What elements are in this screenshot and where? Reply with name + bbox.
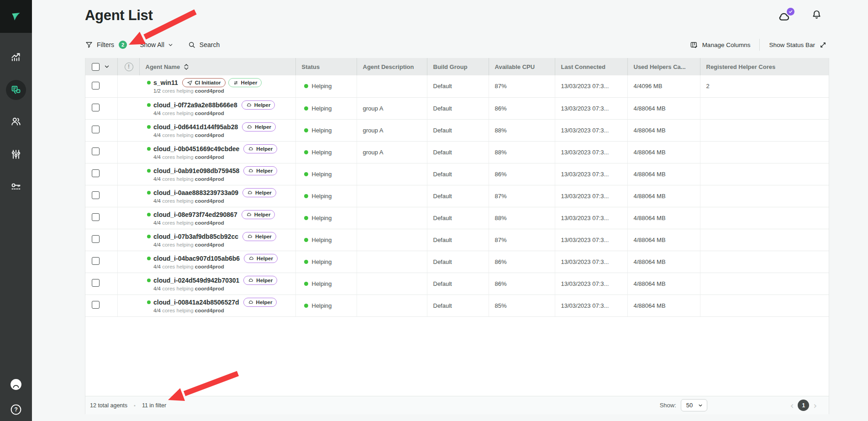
row-checkbox[interactable] (92, 147, 100, 155)
search-button[interactable]: Search (188, 41, 220, 49)
row-checkbox[interactable] (92, 191, 100, 199)
table-row[interactable]: cloud_i-0b0451669c49cbdee Helper 4/4 cor… (85, 141, 829, 163)
table-row[interactable]: cloud_i-0f72a9a2e88b666e8 Helper 4/4 cor… (85, 97, 829, 119)
sidebar-item-profile[interactable] (0, 376, 32, 393)
cloud-check-badge (787, 8, 794, 16)
row-checkbox[interactable] (92, 82, 100, 89)
column-header-used-helpers[interactable]: Used Helpers Ca... (627, 58, 700, 75)
agent-name: s_win11 (153, 79, 178, 87)
help-icon: ? (10, 404, 22, 416)
row-checkbox[interactable] (92, 126, 100, 133)
last-connected-cell: 13/03/2023 07:3... (555, 273, 627, 295)
column-header-available-cpu[interactable]: Available CPU (489, 58, 555, 75)
cores-value: 4/4 (153, 308, 161, 313)
sidebar-item-users[interactable] (0, 109, 32, 134)
column-header-last-connected[interactable]: Last Connected (555, 58, 627, 75)
badge-container: CI InitiatorHelper (182, 78, 262, 87)
alerts-column-info-icon[interactable]: ! (125, 63, 133, 71)
row-checkbox[interactable] (92, 235, 100, 243)
cores-helping-text: cores helping (162, 220, 193, 226)
build-group-cell: Default (427, 163, 489, 185)
row-checkbox[interactable] (92, 213, 100, 221)
table-row[interactable]: cloud_i-0aae8883239733a09 Helper 4/4 cor… (85, 185, 829, 207)
filters-button[interactable]: Filters 2 (85, 41, 127, 49)
table-row[interactable]: cloud_i-0ab91e098db759458 Helper 4/4 cor… (85, 163, 829, 185)
filters-label: Filters (97, 41, 114, 48)
agent-subtext: 4/4 cores helping coord4prod (153, 263, 294, 270)
cores-value: 4/4 (153, 176, 161, 182)
show-all-dropdown[interactable]: Show All (140, 41, 173, 48)
status-label: Helping (312, 237, 332, 243)
column-header-registered-helper-cores[interactable]: Registered Helper Cores (700, 58, 829, 75)
cloud-status-button[interactable] (776, 8, 794, 23)
row-checkbox[interactable] (92, 169, 100, 177)
registered-cores-cell: 2 (700, 75, 829, 97)
row-checkbox[interactable] (92, 257, 100, 265)
row-checkbox[interactable] (92, 301, 100, 309)
registered-cores-cell (700, 97, 829, 119)
status-dot (304, 260, 308, 264)
table-row[interactable]: cloud_i-00841a24b8506527d Helper 4/4 cor… (85, 295, 829, 316)
row-checkbox[interactable] (92, 104, 100, 111)
select-all-checkbox[interactable] (92, 63, 100, 71)
table-row[interactable]: cloud_i-04bac907d105ab6b6 Helper 4/4 cor… (85, 251, 829, 273)
prev-page-button[interactable]: ‹ (790, 401, 794, 410)
badge-helper: Helper (244, 254, 278, 263)
license-key-icon (10, 181, 22, 193)
table-toolbar: Filters 2 Show All Search (85, 38, 220, 51)
status-dot (304, 106, 308, 111)
agent-online-dot (147, 81, 151, 84)
column-header-agent-description[interactable]: Agent Description (357, 58, 427, 75)
pagination: ‹ 1 › (790, 400, 817, 411)
sidebar-item-analytics[interactable] (0, 44, 32, 69)
current-page-button[interactable]: 1 (798, 400, 809, 411)
row-alert-cell (117, 295, 139, 316)
table-row[interactable]: s_win11 CI InitiatorHelper 1/2 cores hel… (85, 75, 829, 97)
last-connected-cell: 13/03/2023 07:3... (555, 251, 627, 273)
in-filter-label: 11 in filter (142, 402, 166, 409)
sidebar-item-agents[interactable] (0, 77, 32, 103)
table-row[interactable]: cloud_i-0d6441d144f95ab28 Helper 4/4 cor… (85, 119, 829, 141)
status-label: Helping (312, 105, 332, 112)
build-group-cell: Default (427, 295, 489, 316)
cores-helping-text: cores helping (162, 132, 193, 138)
column-header-agent-name: Agent Name (146, 63, 180, 70)
registered-cores-cell (700, 141, 829, 163)
select-options-dropdown[interactable] (104, 64, 110, 69)
row-alert-cell (117, 163, 139, 185)
sidebar-item-help[interactable]: ? (0, 402, 32, 417)
next-page-button[interactable]: › (813, 401, 817, 410)
cores-helping-text: cores helping (162, 154, 193, 160)
chevron-down-icon (698, 403, 703, 408)
badge-container: Helper (243, 166, 277, 175)
build-group-cell: Default (427, 207, 489, 229)
sort-control[interactable] (184, 64, 189, 70)
agent-description-cell (357, 295, 427, 316)
registered-cores-cell (700, 295, 829, 316)
cloud-icon (247, 189, 253, 195)
available-cpu-cell: 85% (489, 295, 555, 316)
show-status-bar-button[interactable]: Show Status Bar (769, 41, 827, 49)
page-size-select[interactable]: 50 (681, 399, 707, 411)
show-all-label: Show All (140, 41, 164, 48)
table-row[interactable]: cloud_i-07b3af9db85cb92cc Helper 4/4 cor… (85, 229, 829, 251)
page-title: Agent List (85, 6, 153, 25)
row-checkbox[interactable] (92, 279, 100, 287)
table-toolbar-right: Manage Columns Show Status Bar (690, 38, 827, 51)
agent-online-dot (147, 235, 151, 238)
table-row[interactable]: cloud_i-08e973f74ed290867 Helper 4/4 cor… (85, 207, 829, 229)
app-logo[interactable] (0, 0, 32, 33)
available-cpu-cell: 86% (489, 251, 555, 273)
cores-helping-text: cores helping (162, 308, 193, 313)
sidebar-item-settings[interactable] (0, 142, 32, 167)
last-connected-cell: 13/03/2023 07:3... (555, 75, 627, 97)
column-header-build-group[interactable]: Build Group (427, 58, 489, 75)
manage-columns-button[interactable]: Manage Columns (690, 41, 751, 49)
status-label: Helping (312, 171, 332, 178)
column-header-status[interactable]: Status (295, 58, 357, 75)
agent-subtext: 4/4 cores helping coord4prod (153, 220, 294, 226)
sidebar-item-license[interactable] (0, 174, 32, 200)
table-row[interactable]: cloud_i-024d549d942b70301 Helper 4/4 cor… (85, 273, 829, 295)
notifications-button[interactable] (811, 8, 823, 22)
coordinator-name: coord4prod (195, 198, 224, 204)
